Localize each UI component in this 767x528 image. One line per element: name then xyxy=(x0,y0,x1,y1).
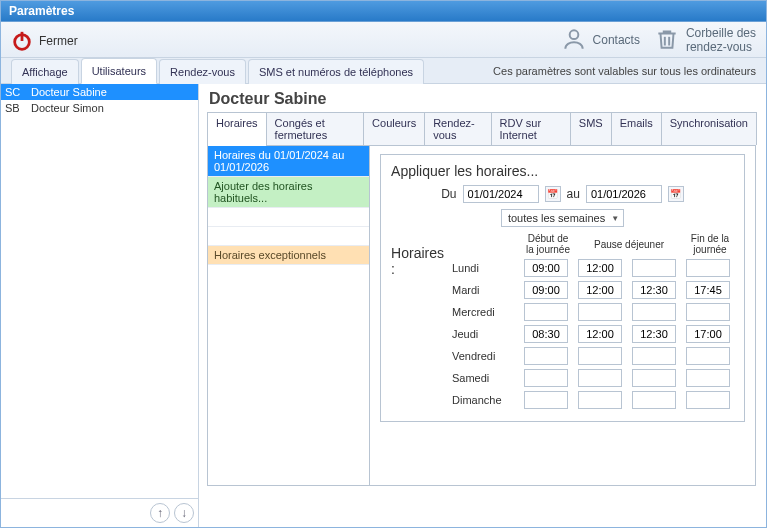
close-label: Fermer xyxy=(39,34,78,48)
main-tabs: Affichage Utilisateurs Rendez-vous SMS e… xyxy=(11,58,426,83)
move-up-button[interactable]: ↑ xyxy=(150,503,170,523)
time-pause1-input[interactable] xyxy=(578,369,622,387)
time-start-input[interactable] xyxy=(524,391,568,409)
day-label: Lundi xyxy=(452,262,518,274)
time-pause2-input[interactable] xyxy=(632,325,676,343)
add-schedule-button[interactable]: Ajouter des horaires habituels... xyxy=(208,177,369,208)
calendar-icon[interactable]: 📅 xyxy=(668,186,684,202)
time-start-input[interactable] xyxy=(524,281,568,299)
time-pause2-input[interactable] xyxy=(632,369,676,387)
recurrence-row: toutes les semaines xyxy=(391,209,734,227)
time-start-input[interactable] xyxy=(524,369,568,387)
detail-title: Docteur Sabine xyxy=(209,90,756,108)
user-name: Docteur Simon xyxy=(31,102,194,114)
settings-window: Paramètres Fermer Contacts xyxy=(0,0,767,528)
time-end-input[interactable] xyxy=(686,259,730,277)
calendar-icon[interactable]: 📅 xyxy=(545,186,561,202)
tab-utilisateurs[interactable]: Utilisateurs xyxy=(81,58,157,84)
recurrence-select[interactable]: toutes les semaines xyxy=(501,209,624,227)
arrow-up-icon: ↑ xyxy=(157,506,163,520)
day-label: Dimanche xyxy=(452,394,518,406)
user-list-inner: SC Docteur Sabine SB Docteur Simon xyxy=(1,84,198,498)
tab-rendezvous[interactable]: Rendez-vous xyxy=(159,59,246,84)
time-start-input[interactable] xyxy=(524,303,568,321)
tree-spacer xyxy=(208,208,369,227)
subtab-rdv-internet[interactable]: RDV sur Internet xyxy=(491,112,571,145)
time-pause1-input[interactable] xyxy=(578,303,622,321)
main-tabs-row: Affichage Utilisateurs Rendez-vous SMS e… xyxy=(1,58,766,84)
trash-icon xyxy=(654,26,680,55)
trash-label: Corbeille des rendez-vous xyxy=(686,27,756,53)
user-code: SB xyxy=(5,102,31,114)
time-pause1-input[interactable] xyxy=(578,281,622,299)
trash-button[interactable]: Corbeille des rendez-vous xyxy=(654,26,756,55)
user-row[interactable]: SB Docteur Simon xyxy=(1,100,198,116)
du-label: Du xyxy=(441,187,456,201)
arrow-down-icon: ↓ xyxy=(181,506,187,520)
day-label: Jeudi xyxy=(452,328,518,340)
time-start-input[interactable] xyxy=(524,325,568,343)
tabs-footnote: Ces paramètres sont valables sur tous le… xyxy=(493,65,756,77)
person-icon xyxy=(561,26,587,55)
move-down-button[interactable]: ↓ xyxy=(174,503,194,523)
tab-affichage[interactable]: Affichage xyxy=(11,59,79,84)
subtab-horaires[interactable]: Horaires xyxy=(207,112,267,145)
time-pause1-input[interactable] xyxy=(578,347,622,365)
svg-point-2 xyxy=(569,30,578,39)
time-end-input[interactable] xyxy=(686,281,730,299)
subtab-sms[interactable]: SMS xyxy=(570,112,612,145)
user-name: Docteur Sabine xyxy=(31,86,194,98)
tree-spacer xyxy=(208,227,369,246)
time-end-input[interactable] xyxy=(686,325,730,343)
detail-panel: Docteur Sabine Horaires Congés et fermet… xyxy=(199,84,766,527)
subtab-couleurs[interactable]: Couleurs xyxy=(363,112,425,145)
contacts-button[interactable]: Contacts xyxy=(561,26,640,55)
panel-box: Appliquer les horaires... Du 📅 au 📅 tout… xyxy=(380,154,745,422)
contacts-label: Contacts xyxy=(593,34,640,47)
time-pause2-input[interactable] xyxy=(632,259,676,277)
sub-tabs: Horaires Congés et fermetures Couleurs R… xyxy=(207,112,756,146)
day-label: Mardi xyxy=(452,284,518,296)
time-pause2-input[interactable] xyxy=(632,303,676,321)
time-start-input[interactable] xyxy=(524,259,568,277)
time-pause2-input[interactable] xyxy=(632,281,676,299)
schedule-tree: Horaires du 01/01/2024 au 01/01/2026 Ajo… xyxy=(208,146,370,485)
header-end: Fin de la journée xyxy=(686,233,734,255)
apply-panel: Appliquer les horaires... Du 📅 au 📅 tout… xyxy=(370,146,755,485)
time-pause1-input[interactable] xyxy=(578,325,622,343)
user-code: SC xyxy=(5,86,31,98)
day-label: Mercredi xyxy=(452,306,518,318)
toolbar: Fermer Contacts Corbeille des rend xyxy=(1,22,766,58)
sub-body: Horaires du 01/01/2024 au 01/01/2026 Ajo… xyxy=(207,146,756,486)
time-pause1-input[interactable] xyxy=(578,259,622,277)
time-end-input[interactable] xyxy=(686,347,730,365)
user-row[interactable]: SC Docteur Sabine xyxy=(1,84,198,100)
time-pause2-input[interactable] xyxy=(632,347,676,365)
date-from-input[interactable] xyxy=(463,185,539,203)
time-end-input[interactable] xyxy=(686,303,730,321)
time-end-input[interactable] xyxy=(686,369,730,387)
subtab-rdv[interactable]: Rendez-vous xyxy=(424,112,491,145)
window-title: Paramètres xyxy=(1,1,766,22)
tab-sms[interactable]: SMS et numéros de téléphones xyxy=(248,59,424,84)
schedule-range-item[interactable]: Horaires du 01/01/2024 au 01/01/2026 xyxy=(208,146,369,177)
subtab-emails[interactable]: Emails xyxy=(611,112,662,145)
panel-title: Appliquer les horaires... xyxy=(391,163,734,179)
date-to-input[interactable] xyxy=(586,185,662,203)
toolbar-right: Contacts Corbeille des rendez-vous xyxy=(561,26,756,55)
scroll-buttons: ↑ ↓ xyxy=(1,498,198,527)
day-label: Vendredi xyxy=(452,350,518,362)
time-pause1-input[interactable] xyxy=(578,391,622,409)
subtab-sync[interactable]: Synchronisation xyxy=(661,112,757,145)
time-end-input[interactable] xyxy=(686,391,730,409)
au-label: au xyxy=(567,187,580,201)
body-area: SC Docteur Sabine SB Docteur Simon ↑ ↓ D… xyxy=(1,84,766,527)
header-start: Début de la journée xyxy=(524,233,572,255)
exceptional-schedule-header[interactable]: Horaires exceptionnels xyxy=(208,246,369,265)
hours-grid: Début de la journée Pause déjeuner Fin d… xyxy=(452,233,734,409)
time-start-input[interactable] xyxy=(524,347,568,365)
hours-section-label: Horaires : xyxy=(391,245,444,277)
time-pause2-input[interactable] xyxy=(632,391,676,409)
subtab-conges[interactable]: Congés et fermetures xyxy=(266,112,365,145)
close-button[interactable]: Fermer xyxy=(11,30,78,52)
